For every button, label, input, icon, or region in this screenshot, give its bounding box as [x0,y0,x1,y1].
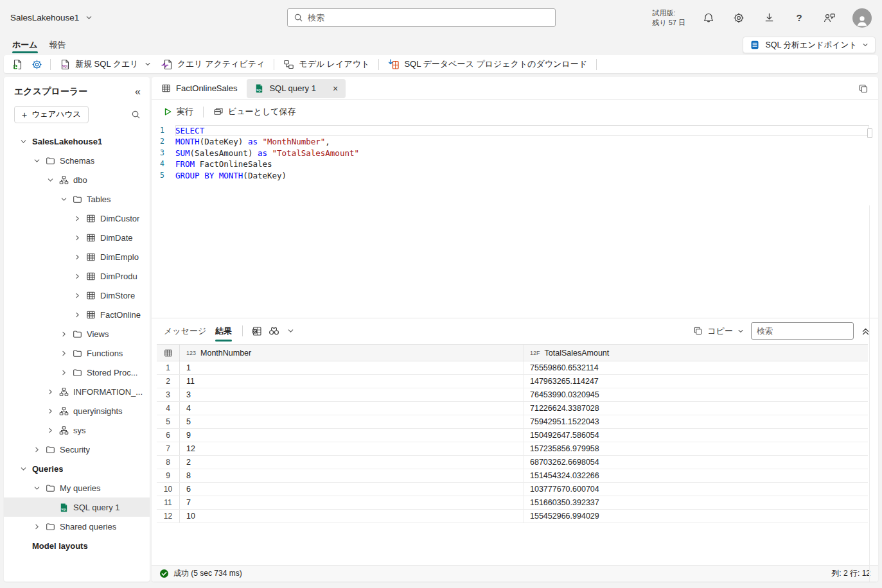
tree-item-stored-proc[interactable]: Stored Proc... [4,363,150,382]
copy-button[interactable]: コピー [693,325,744,337]
scrollbar-track[interactable] [869,205,870,582]
tree-item-dbo[interactable]: dbo [4,170,150,189]
tab-messages[interactable]: メッセージ [159,318,211,343]
chevron-right-icon[interactable] [74,215,84,222]
chevron-right-icon[interactable] [74,234,84,241]
chevron-right-icon[interactable] [47,408,57,415]
downloads-button[interactable] [762,11,776,25]
global-search[interactable] [287,8,556,27]
chevron-right-icon[interactable] [60,369,70,376]
download-sql-project-button[interactable]: SQL データベース プロジェクトのダウンロード [383,56,592,73]
trial-badge[interactable]: 試用版: 残り 57 日 [652,8,685,28]
editor-tab-sql-query-1[interactable]: SQL SQL query 1 × [247,79,346,98]
sql-editor[interactable]: 1SELECT2MONTH(DateKey) as "MonthNumber",… [152,123,878,318]
row-number-cell[interactable]: 10 [157,483,180,496]
tree-item-queries[interactable]: Queries [4,459,150,478]
tree-item-saleslakehouse1[interactable]: SalesLakehouse1 [4,132,150,151]
grid-row-8[interactable]: 8268703262.6698054 [157,456,868,469]
row-number-cell[interactable]: 4 [157,402,180,415]
row-number-cell[interactable]: 2 [157,375,180,388]
cell-totalsalesamount[interactable]: 155452966.994029 [524,510,868,523]
collapse-panel-icon[interactable]: « [135,87,141,97]
cell-monthnumber[interactable]: 7 [180,496,524,509]
query-settings-button[interactable] [27,56,46,73]
chevron-right-icon[interactable] [33,446,43,453]
workspace-picker[interactable]: SalesLakehouse1 [10,13,93,22]
row-number-cell[interactable]: 7 [157,442,180,455]
cell-monthnumber[interactable]: 5 [180,415,524,428]
run-button[interactable]: 実行 [159,106,197,117]
tree-item-dimdate[interactable]: DimDate [4,228,150,247]
chevron-down-icon[interactable] [33,157,43,164]
tree-item-tables[interactable]: Tables [4,189,150,209]
tree-item-schemas[interactable]: Schemas [4,151,150,170]
tree-item-factonline[interactable]: FactOnline [4,305,150,324]
grid-row-11[interactable]: 117151660350.392337 [157,496,868,510]
cell-totalsalesamount[interactable]: 151660350.392337 [524,496,868,509]
row-number-cell[interactable]: 1 [157,361,180,374]
row-number-cell[interactable]: 11 [157,496,180,509]
grid-row-4[interactable]: 4471226624.3387028 [157,402,868,415]
grid-row-1[interactable]: 1175559860.6532114 [157,361,868,375]
grid-row-7[interactable]: 712157235856.979958 [157,442,868,456]
cell-monthnumber[interactable]: 12 [180,442,524,455]
cell-totalsalesamount[interactable]: 103777670.600704 [524,483,868,496]
query-activity-button[interactable]: クエリ アクティビティ [156,56,270,73]
cell-monthnumber[interactable]: 3 [180,388,524,401]
refresh-button[interactable] [8,56,27,73]
cell-totalsalesamount[interactable]: 151454324.032266 [524,469,868,482]
results-search-input[interactable] [751,322,854,340]
cell-totalsalesamount[interactable]: 76453990.0320945 [524,388,868,401]
add-warehouse-button[interactable]: + ウェアハウス [14,106,89,123]
settings-button[interactable] [732,11,746,25]
cell-totalsalesamount[interactable]: 157235856.979958 [524,442,868,455]
cell-monthnumber[interactable]: 6 [180,483,524,496]
account-avatar[interactable] [852,8,872,28]
chevron-right-icon[interactable] [60,331,70,338]
cell-totalsalesamount[interactable]: 75559860.6532114 [524,361,868,374]
chevron-down-icon[interactable] [20,138,30,145]
chevron-right-icon[interactable] [74,311,84,318]
model-layout-button[interactable]: モデル レイアウト [278,56,375,73]
tree-item-dimprodu[interactable]: DimProdu [4,266,150,286]
global-search-input[interactable] [308,13,549,22]
tree-item-information[interactable]: INFORMATION_... [4,382,150,401]
row-number-cell[interactable]: 8 [157,456,180,469]
row-number-cell[interactable]: 12 [157,510,180,523]
grid-row-5[interactable]: 5575942951.1522043 [157,415,868,429]
tree-item-model-layouts[interactable]: Model layouts [4,536,150,555]
select-all-cell[interactable] [157,345,180,361]
chevron-down-icon[interactable] [20,465,30,472]
feedback-button[interactable] [822,11,836,25]
tree-item-dimcustor[interactable]: DimCustor [4,209,150,228]
endpoint-switcher[interactable]: SQL 分析エンドポイント [743,37,876,53]
new-sql-query-button[interactable]: SQL 新規 SQL クエリ [55,56,156,73]
help-button[interactable]: ? [792,11,806,25]
tree-item-security[interactable]: Security [4,440,150,459]
notifications-button[interactable] [701,11,716,25]
chevron-down-icon[interactable] [60,196,70,203]
chevron-right-icon[interactable] [33,523,43,530]
chevron-right-icon[interactable] [47,388,57,395]
column-header-totalsalesamount[interactable]: 12FTotalSalesAmount [524,345,868,361]
grid-row-6[interactable]: 69150492647.586054 [157,429,868,442]
row-number-cell[interactable]: 3 [157,388,180,401]
grid-row-9[interactable]: 98151454324.032266 [157,469,868,483]
grid-row-3[interactable]: 3376453990.0320945 [157,388,868,402]
more-views-dropdown[interactable] [282,323,299,340]
explorer-search-icon[interactable] [131,110,141,119]
cell-monthnumber[interactable]: 11 [180,375,524,388]
chevron-right-icon[interactable] [74,254,84,261]
chevron-right-icon[interactable] [74,273,84,280]
cell-monthnumber[interactable]: 1 [180,361,524,374]
cell-monthnumber[interactable]: 9 [180,429,524,442]
copy-stack-icon[interactable] [858,83,869,94]
cell-monthnumber[interactable]: 2 [180,456,524,469]
cell-totalsalesamount[interactable]: 68703262.6698054 [524,456,868,469]
chevron-right-icon[interactable] [47,427,57,434]
cell-totalsalesamount[interactable]: 71226624.3387028 [524,402,868,415]
tab-home[interactable]: ホーム [6,35,44,55]
inspect-button[interactable] [265,323,282,340]
tab-results[interactable]: 結果 [211,318,236,343]
grid-row-12[interactable]: 1210155452966.994029 [157,510,868,523]
